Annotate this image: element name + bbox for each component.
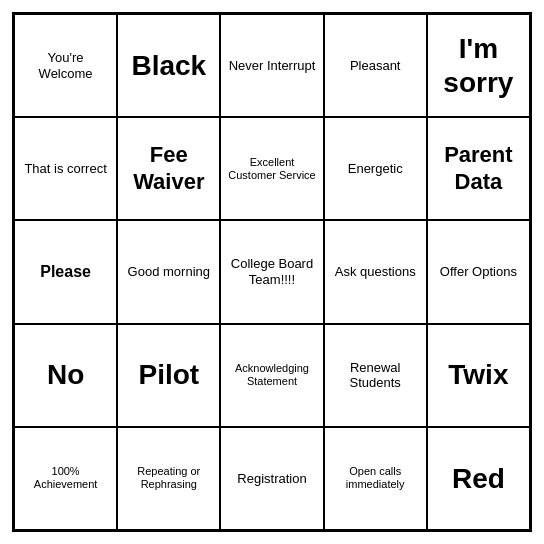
- bingo-cell-r0c3: Pleasant: [324, 14, 427, 117]
- cell-text-r2c2: College Board Team!!!!: [225, 256, 318, 287]
- bingo-cell-r3c3: Renewal Students: [324, 324, 427, 427]
- bingo-cell-r2c3: Ask questions: [324, 220, 427, 323]
- bingo-cell-r4c2: Registration: [220, 427, 323, 530]
- bingo-board: You're WelcomeBlackNever InterruptPleasa…: [12, 12, 532, 532]
- cell-text-r3c2: Acknowledging Statement: [225, 362, 318, 388]
- cell-text-r4c2: Registration: [237, 471, 306, 487]
- cell-text-r2c4: Offer Options: [440, 264, 517, 280]
- cell-text-r2c0: Please: [40, 262, 91, 281]
- cell-text-r3c0: No: [47, 358, 84, 392]
- cell-text-r0c4: I'm sorry: [432, 32, 525, 99]
- cell-text-r0c0: You're Welcome: [19, 50, 112, 81]
- bingo-cell-r4c0: 100% Achievement: [14, 427, 117, 530]
- bingo-cell-r2c1: Good morning: [117, 220, 220, 323]
- cell-text-r1c4: Parent Data: [432, 142, 525, 195]
- bingo-cell-r3c0: No: [14, 324, 117, 427]
- bingo-cell-r1c2: Excellent Customer Service: [220, 117, 323, 220]
- bingo-cell-r1c0: That is correct: [14, 117, 117, 220]
- bingo-cell-r2c2: College Board Team!!!!: [220, 220, 323, 323]
- bingo-cell-r4c3: Open calls immediately: [324, 427, 427, 530]
- bingo-cell-r4c4: Red: [427, 427, 530, 530]
- cell-text-r4c4: Red: [452, 462, 505, 496]
- cell-text-r0c3: Pleasant: [350, 58, 401, 74]
- bingo-cell-r1c4: Parent Data: [427, 117, 530, 220]
- bingo-cell-r0c1: Black: [117, 14, 220, 117]
- bingo-cell-r2c0: Please: [14, 220, 117, 323]
- cell-text-r4c0: 100% Achievement: [19, 465, 112, 491]
- bingo-cell-r0c4: I'm sorry: [427, 14, 530, 117]
- cell-text-r3c4: Twix: [448, 358, 508, 392]
- bingo-cell-r4c1: Repeating or Rephrasing: [117, 427, 220, 530]
- cell-text-r1c2: Excellent Customer Service: [225, 156, 318, 182]
- cell-text-r0c2: Never Interrupt: [229, 58, 316, 74]
- bingo-cell-r3c4: Twix: [427, 324, 530, 427]
- cell-text-r4c3: Open calls immediately: [329, 465, 422, 491]
- cell-text-r3c3: Renewal Students: [329, 360, 422, 391]
- bingo-cell-r3c2: Acknowledging Statement: [220, 324, 323, 427]
- bingo-cell-r3c1: Pilot: [117, 324, 220, 427]
- cell-text-r2c3: Ask questions: [335, 264, 416, 280]
- cell-text-r1c1: Fee Waiver: [122, 142, 215, 195]
- bingo-cell-r1c1: Fee Waiver: [117, 117, 220, 220]
- bingo-cell-r0c0: You're Welcome: [14, 14, 117, 117]
- cell-text-r0c1: Black: [131, 49, 206, 83]
- cell-text-r4c1: Repeating or Rephrasing: [122, 465, 215, 491]
- cell-text-r3c1: Pilot: [138, 358, 199, 392]
- cell-text-r1c3: Energetic: [348, 161, 403, 177]
- cell-text-r2c1: Good morning: [128, 264, 210, 280]
- cell-text-r1c0: That is correct: [24, 161, 106, 177]
- bingo-cell-r0c2: Never Interrupt: [220, 14, 323, 117]
- bingo-cell-r1c3: Energetic: [324, 117, 427, 220]
- bingo-cell-r2c4: Offer Options: [427, 220, 530, 323]
